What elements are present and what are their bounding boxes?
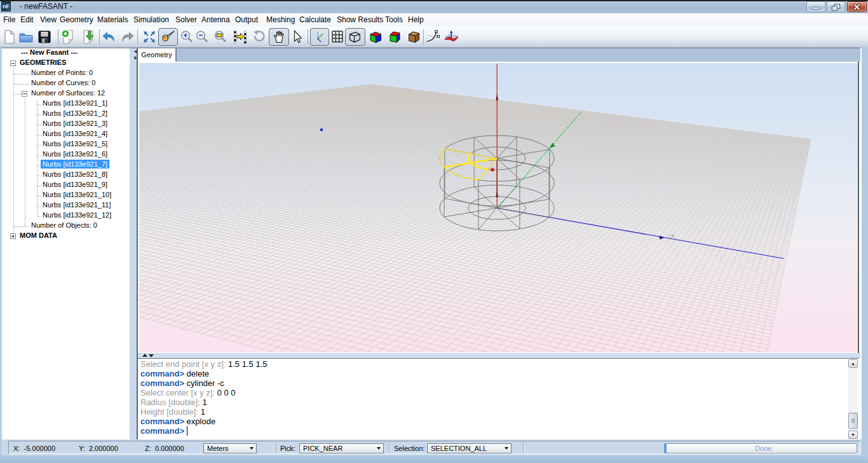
svg-text:+X: +X — [668, 233, 675, 239]
